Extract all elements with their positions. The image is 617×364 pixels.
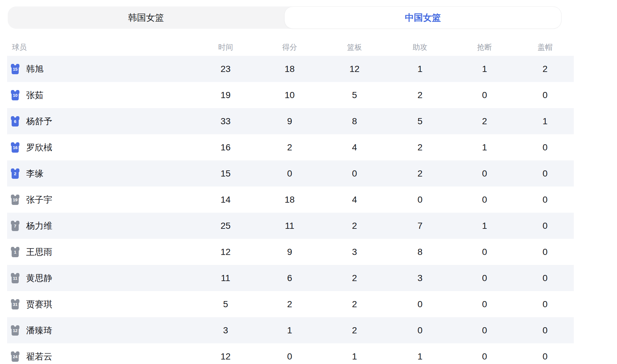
stat-rebounds: 12: [322, 64, 387, 74]
stat-blocks: 0: [516, 273, 574, 283]
player-name: 潘臻琦: [26, 325, 52, 336]
stat-blocks: 0: [516, 168, 574, 179]
stat-steals: 1: [453, 64, 516, 74]
stat-steals: 0: [453, 90, 516, 100]
stat-blocks: 1: [516, 116, 574, 126]
column-header-steals: 抢断: [453, 42, 516, 52]
player-name: 张子宇: [26, 194, 52, 206]
stat-blocks: 0: [516, 90, 574, 100]
stat-rebounds: 5: [322, 90, 387, 100]
player-name: 贾赛琪: [26, 298, 52, 310]
table-row[interactable]: 19 张子宇 14 18 4 0 0 0: [7, 187, 574, 213]
table-header-row: 球员 时间 得分 篮板 助攻 抢断 盖帽: [7, 39, 574, 56]
stat-rebounds: 2: [322, 273, 387, 283]
stat-points: 6: [258, 273, 322, 283]
player-cell: 15 韩旭: [7, 63, 194, 75]
player-cell: 19 张子宇: [7, 194, 194, 206]
table-row[interactable]: 1 王思雨 12 9 3 8 0 0: [7, 239, 574, 265]
stat-steals: 1: [453, 142, 516, 153]
stat-blocks: 0: [516, 351, 574, 362]
stat-blocks: 0: [516, 247, 574, 257]
jersey-number-badge-icon: 6: [10, 116, 21, 127]
table-row[interactable]: 10 张茹 19 10 5 2 0 0: [7, 82, 574, 108]
svg-text:31: 31: [13, 302, 18, 307]
player-name: 黄思静: [26, 272, 52, 284]
stat-minutes: 33: [194, 116, 258, 126]
tab-korea-women[interactable]: 韩国女篮: [8, 6, 284, 29]
stat-assists: 5: [387, 116, 453, 126]
player-name: 李缘: [26, 168, 44, 179]
table-row[interactable]: 31 贾赛琪 5 2 2 0 0 0: [7, 291, 574, 317]
stat-rebounds: 2: [322, 221, 387, 231]
stat-points: 9: [258, 247, 322, 257]
tab-china-women[interactable]: 中国女篮: [284, 6, 561, 29]
table-body: 15 韩旭 23 18 12 1 1 2 10 张茹 19 10 5 2 0 0…: [7, 56, 574, 364]
stat-minutes: 3: [194, 325, 258, 336]
stat-assists: 1: [387, 64, 453, 74]
stat-steals: 1: [453, 221, 516, 231]
player-name: 杨力维: [26, 220, 52, 232]
table-row[interactable]: 24 翟若云 12 0 1 1 0 0: [7, 343, 574, 364]
jersey-number-badge-icon: 24: [10, 351, 21, 362]
stat-minutes: 14: [194, 195, 258, 205]
column-header-blocks: 盖帽: [516, 42, 574, 52]
svg-text:2: 2: [14, 171, 16, 176]
stat-steals: 0: [453, 351, 516, 362]
jersey-number-badge-icon: 31: [10, 298, 21, 310]
column-header-points: 得分: [258, 42, 322, 52]
player-name: 韩旭: [26, 63, 44, 75]
table-row[interactable]: 6 杨舒予 33 9 8 5 2 1: [7, 108, 574, 134]
player-cell: 1 王思雨: [7, 246, 194, 258]
stat-blocks: 0: [516, 142, 574, 153]
player-name: 张茹: [26, 89, 44, 101]
table-row[interactable]: 15 韩旭 23 18 12 1 1 2: [7, 56, 574, 82]
stat-points: 18: [258, 195, 322, 205]
table-row[interactable]: 7 杨力维 25 11 2 7 1 0: [7, 213, 574, 239]
jersey-number-badge-icon: 15: [10, 63, 21, 75]
player-cell: 31 贾赛琪: [7, 298, 194, 310]
stat-assists: 7: [387, 221, 453, 231]
stat-rebounds: 3: [322, 247, 387, 257]
jersey-number-badge-icon: 2: [10, 168, 21, 179]
svg-text:19: 19: [13, 197, 18, 202]
stat-blocks: 2: [516, 64, 574, 74]
table-row[interactable]: 16 罗欣棫 16 2 4 2 1 0: [7, 134, 574, 160]
jersey-number-badge-icon: 16: [10, 142, 21, 153]
column-header-minutes: 时间: [194, 42, 258, 52]
stat-blocks: 0: [516, 325, 574, 336]
player-cell: 10 张茹: [7, 89, 194, 101]
stat-points: 9: [258, 116, 322, 126]
stat-assists: 0: [387, 299, 453, 309]
jersey-number-badge-icon: 11: [10, 272, 21, 284]
player-name: 杨舒予: [26, 116, 52, 127]
stat-assists: 2: [387, 142, 453, 153]
stat-minutes: 11: [194, 273, 258, 283]
column-header-rebounds: 篮板: [322, 42, 387, 52]
box-score-page: 韩国女篮 中国女篮 球员 时间 得分 篮板 助攻 抢断 盖帽 15 韩旭 23 …: [0, 0, 617, 364]
stat-assists: 1: [387, 351, 453, 362]
stat-points: 2: [258, 142, 322, 153]
player-cell: 12 潘臻琦: [7, 325, 194, 336]
svg-text:6: 6: [14, 119, 16, 124]
table-row[interactable]: 11 黄思静 11 6 2 3 0 0: [7, 265, 574, 291]
stat-assists: 0: [387, 195, 453, 205]
stat-rebounds: 8: [322, 116, 387, 126]
player-cell: 11 黄思静: [7, 272, 194, 284]
player-cell: 24 翟若云: [7, 351, 194, 362]
table-row[interactable]: 12 潘臻琦 3 1 2 0 0 0: [7, 317, 574, 343]
stat-points: 0: [258, 168, 322, 179]
jersey-number-badge-icon: 12: [10, 325, 21, 336]
svg-text:7: 7: [14, 223, 16, 228]
table-row[interactable]: 2 李缘 15 0 0 2 0 0: [7, 160, 574, 187]
svg-text:11: 11: [13, 276, 17, 280]
player-cell: 2 李缘: [7, 168, 194, 179]
stat-assists: 8: [387, 247, 453, 257]
stat-blocks: 0: [516, 221, 574, 231]
stat-steals: 0: [453, 168, 516, 179]
stat-assists: 0: [387, 325, 453, 336]
stat-points: 18: [258, 64, 322, 74]
stat-assists: 2: [387, 168, 453, 179]
svg-text:1: 1: [14, 249, 16, 254]
stat-steals: 0: [453, 273, 516, 283]
svg-text:10: 10: [13, 93, 18, 97]
